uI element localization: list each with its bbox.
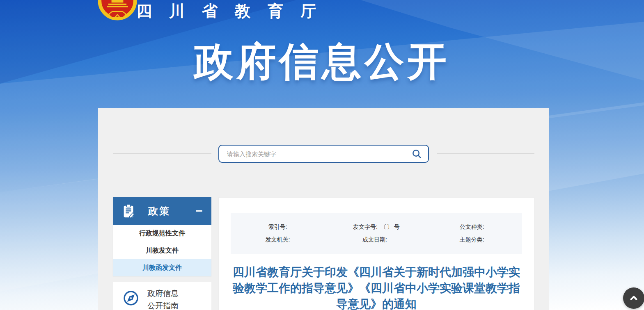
scroll-to-top-button[interactable] bbox=[623, 287, 644, 309]
search-row bbox=[98, 145, 549, 163]
policy-menu-title: 政策 bbox=[148, 205, 170, 218]
document-meta-box: 索引号: 发文字号: 〔〕 号 公文种类: 发文机关: 成文日期: 主题分类: bbox=[231, 213, 522, 254]
sidebar-item-administrative-normative-documents[interactable]: 行政规范性文件 bbox=[113, 225, 211, 242]
search-button[interactable] bbox=[405, 146, 428, 162]
sidebar-item-disclosure-guide[interactable]: 政府信息公开指南 bbox=[113, 282, 211, 310]
policy-menu-header[interactable]: 政策 bbox=[113, 197, 211, 225]
agency-name: 四川省教育厅 bbox=[136, 1, 333, 21]
search-icon bbox=[411, 148, 422, 160]
policy-clipboard-icon bbox=[121, 203, 137, 219]
search-box bbox=[218, 145, 429, 163]
meta-index-number: 索引号: bbox=[231, 223, 328, 231]
article-card: 索引号: 发文字号: 〔〕 号 公文种类: 发文机关: 成文日期: 主题分类: bbox=[218, 197, 534, 310]
sidebar-item-chuanjiaohanfa-documents[interactable]: 川教函发文件 bbox=[113, 259, 211, 276]
meta-issue-date: 成文日期: bbox=[328, 236, 425, 244]
policy-menu: 政策 行政规范性文件 川教发文件 川教函发文件 bbox=[113, 197, 211, 276]
compass-icon bbox=[123, 290, 139, 306]
page-title: 政府信息公开 bbox=[0, 39, 644, 84]
policy-menu-items: 行政规范性文件 川教发文件 川教函发文件 bbox=[113, 225, 211, 276]
meta-subject-category: 主题分类: bbox=[425, 236, 522, 244]
divider-line bbox=[113, 153, 211, 154]
chevron-up-icon bbox=[628, 293, 639, 303]
divider-line bbox=[437, 153, 534, 154]
content-panel: 政策 行政规范性文件 川教发文件 川教函发文件 政府信息公开指南 索引号: bbox=[98, 108, 549, 310]
search-input[interactable] bbox=[219, 146, 405, 162]
meta-issuing-agency: 发文机关: bbox=[231, 236, 328, 244]
meta-document-number: 发文字号: 〔〕 号 bbox=[328, 223, 425, 231]
sidebar-item-chuanjiaofa-documents[interactable]: 川教发文件 bbox=[113, 242, 211, 259]
national-emblem-icon bbox=[98, 0, 137, 21]
sidebar: 政策 行政规范性文件 川教发文件 川教函发文件 政府信息公开指南 bbox=[113, 197, 211, 310]
collapse-minus-icon[interactable] bbox=[196, 207, 203, 215]
article-title: 四川省教育厅关于印发《四川省关于新时代加强中小学实验教学工作的指导意见》《四川省… bbox=[231, 264, 521, 310]
meta-document-type: 公文种类: bbox=[425, 223, 522, 231]
disclosure-guide-label: 政府信息公开指南 bbox=[147, 287, 181, 310]
